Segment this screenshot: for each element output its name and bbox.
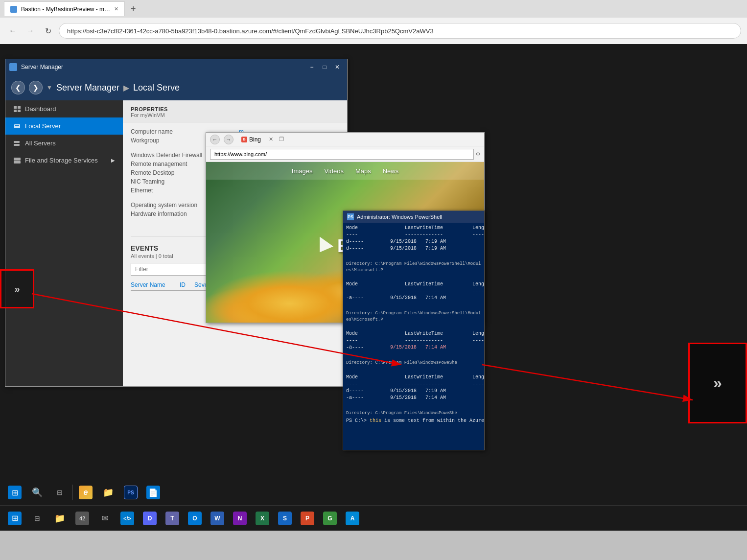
bing-settings-icon[interactable]: ⚙	[476, 151, 480, 157]
windows-icon-2: ⊞	[8, 512, 22, 525]
bing-forward-button[interactable]: →	[224, 135, 233, 144]
id-col[interactable]: ID	[180, 281, 194, 288]
svg-rect-7	[14, 144, 20, 146]
bing-back-button[interactable]: ←	[210, 135, 220, 144]
server-manager-header: ❮ ❯ ▼ Server Manager ▶ Local Serve	[5, 75, 347, 100]
storage-icon	[13, 157, 21, 164]
left-annotation-inner: »	[1, 271, 33, 307]
dashboard-icon	[13, 106, 21, 113]
ps-line-8: Mode LastWriteTime Lengt	[346, 330, 481, 337]
ps-line-7: -a---- 9/15/2018 7:14 AM 75	[346, 295, 481, 302]
taskbar-windows-button-2[interactable]: ⊞	[4, 508, 25, 529]
explorer-icon: 📁	[53, 512, 67, 525]
sidebar-item-local-server[interactable]: Local Server	[5, 117, 123, 135]
all-servers-icon	[13, 140, 21, 147]
sm-back-button[interactable]: ❮	[11, 81, 25, 94]
teams-icon: T	[165, 512, 179, 525]
powershell-titlebar: PS Administrator: Windows PowerShell	[343, 211, 484, 223]
taskbar-skype-button[interactable]: S	[274, 508, 296, 529]
svg-rect-8	[14, 158, 21, 161]
bing-address-input[interactable]	[210, 149, 474, 160]
server-name-col[interactable]: Server Name	[131, 281, 180, 288]
svg-rect-2	[14, 110, 17, 112]
bing-tab-close[interactable]: ✕	[269, 136, 273, 142]
bing-nav-maps[interactable]: Maps	[355, 167, 371, 175]
sidebar-item-file-storage[interactable]: File and Storage Services ▶	[5, 152, 123, 169]
taskbar-discord-button[interactable]: D	[139, 508, 161, 529]
browser-back-button[interactable]: ←	[6, 24, 20, 38]
sidebar-file-storage-label: File and Storage Services	[25, 157, 98, 164]
new-tab-button[interactable]: +	[127, 4, 140, 14]
taskbar-row-1: ⊞ 🔍 ⊟ e 📁 PS 📄	[0, 480, 747, 505]
bing-nav-images[interactable]: Images	[292, 167, 313, 175]
ps-line-4: d----- 9/15/2018 7:19 AM	[346, 245, 481, 252]
browser-chrome: Bastion - MyBastionPreview - m… ✕ + ← → …	[0, 0, 747, 44]
taskbar-onenote-button[interactable]: N	[229, 508, 251, 529]
maximize-button[interactable]: □	[319, 61, 330, 73]
powershell-content[interactable]: Mode LastWriteTime Lengt ---- ----------…	[343, 223, 484, 426]
word-icon: W	[210, 512, 224, 525]
taskbar-store-button[interactable]: 42	[71, 508, 93, 529]
svg-rect-4	[14, 124, 20, 128]
svg-rect-3	[18, 110, 21, 112]
taskbar-word-button[interactable]: W	[207, 508, 228, 529]
bing-restore-button[interactable]: ❐	[279, 136, 284, 142]
browser-address-input[interactable]	[59, 23, 741, 39]
taskbar-row-2: ⊞ ⊟ 📁 42 ✉ </> D T O	[0, 505, 747, 531]
properties-subtitle: For myWinVM	[131, 112, 339, 118]
taskbar-vscode-button[interactable]: </>	[117, 508, 138, 529]
browser-tab-close[interactable]: ✕	[114, 6, 118, 12]
server-manager-titlebar: Server Manager − □ ✕	[5, 59, 347, 75]
ps-line-6: ---- ------------- -----	[346, 288, 481, 295]
search-taskbar-icon: 🔍	[30, 486, 44, 499]
vscode-icon: </>	[120, 512, 134, 525]
folder-icon: 📁	[101, 486, 115, 499]
sm-dropdown-btn[interactable]: ▼	[47, 84, 52, 91]
taskbar-ps-button[interactable]: PS	[120, 482, 141, 503]
sidebar-local-server-label: Local Server	[25, 122, 61, 130]
taskbar-teams-button[interactable]: T	[162, 508, 183, 529]
bastion-tab-icon	[10, 6, 17, 13]
taskbar-taskview-button[interactable]: ⊟	[49, 482, 70, 503]
taskbar-azure-button[interactable]: A	[342, 508, 363, 529]
taskbar-explorer-button[interactable]: 📁	[49, 508, 70, 529]
ps-line-3: d----- 9/15/2018 7:19 AM	[346, 238, 481, 245]
taskbar-search-button[interactable]: 🔍	[26, 482, 48, 503]
browser-tab-label: Bastion - MyBastionPreview - m…	[21, 6, 110, 13]
mail-icon: ✉	[98, 512, 112, 525]
ie-icon: e	[79, 486, 93, 499]
bing-nav-news[interactable]: News	[383, 167, 399, 175]
browser-tab-active[interactable]: Bastion - MyBastionPreview - m… ✕	[4, 1, 125, 16]
taskbar-ppt-button[interactable]: P	[297, 508, 318, 529]
browser-nav-bar: ← → ↻	[0, 18, 747, 44]
browser-refresh-button[interactable]: ↻	[41, 24, 55, 38]
sm-forward-button[interactable]: ❯	[29, 81, 43, 94]
svg-rect-0	[14, 106, 17, 109]
taskbar-files-button[interactable]: 📄	[142, 482, 164, 503]
taskbar-outlook-button[interactable]: O	[184, 508, 206, 529]
bing-tab-icon: B	[241, 137, 247, 142]
browser-forward-button[interactable]: →	[23, 24, 37, 38]
taskbar-mail-button[interactable]: ✉	[94, 508, 116, 529]
bing-nav-videos[interactable]: Videos	[324, 167, 344, 175]
close-button[interactable]: ✕	[331, 61, 343, 73]
taskbar-taskview-button-2[interactable]: ⊟	[26, 508, 48, 529]
ps-line-2: ---- ------------- -----	[346, 232, 481, 238]
powershell-window: PS Administrator: Windows PowerShell Mod…	[343, 210, 485, 450]
server-manager-sidebar: Dashboard Local Server All Servers	[5, 100, 123, 386]
taskbar-windows-button[interactable]: ⊞	[4, 482, 25, 503]
ps-line-9: ---- ------------- -----	[346, 337, 481, 344]
taskbar-excel-button[interactable]: X	[252, 508, 273, 529]
right-chevron-icon: »	[713, 374, 722, 392]
minimize-button[interactable]: −	[306, 61, 318, 73]
ps-line-10: -a---- 9/15/2018 7:14 AM 38	[346, 344, 481, 351]
taskbar-ie-button[interactable]: e	[75, 482, 96, 503]
taskbar-folder-button[interactable]: 📁	[97, 482, 119, 503]
svg-rect-1	[18, 106, 21, 109]
taskbar-green-button[interactable]: G	[319, 508, 341, 529]
sidebar-item-all-servers[interactable]: All Servers	[5, 135, 123, 152]
sidebar-item-dashboard[interactable]: Dashboard	[5, 100, 123, 117]
bing-tab[interactable]: B Bing	[237, 136, 265, 143]
discord-icon: D	[143, 512, 157, 525]
window-controls: − □ ✕	[306, 61, 343, 73]
